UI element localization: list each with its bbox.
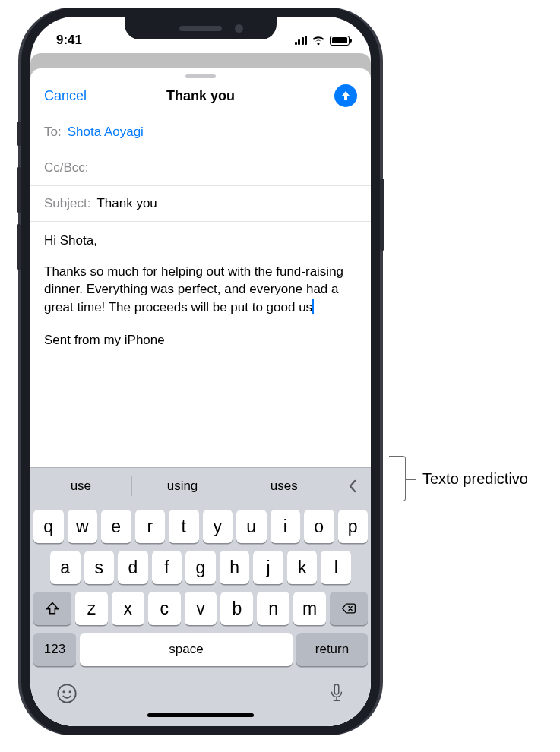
subject-value: Thank you [96,196,157,211]
arrow-up-icon [340,90,352,102]
body-signature: Sent from my iPhone [44,332,357,349]
key-s[interactable]: s [84,551,115,584]
annotation-callout: Texto predictivo [389,456,528,501]
key-z[interactable]: z [75,592,108,625]
power-button [380,179,384,251]
cancel-button[interactable]: Cancel [44,88,87,104]
key-f[interactable]: f [152,551,182,584]
cc-bcc-field[interactable]: Cc/Bcc: [30,150,371,186]
svg-rect-3 [334,684,339,694]
key-t[interactable]: t [169,510,199,543]
keyboard: q w e r t y u i o p a s d [30,504,371,726]
predictive-suggestion-3[interactable]: uses [233,476,334,496]
svg-point-0 [58,684,75,702]
predictive-collapse-button[interactable] [334,479,371,494]
key-r[interactable]: r [135,510,166,543]
predictive-bar: use using uses [30,467,371,504]
status-time: 9:41 [56,33,82,48]
key-l[interactable]: l [321,551,351,584]
cc-label: Cc/Bcc: [44,160,89,175]
key-x[interactable]: x [112,592,144,625]
body-paragraph: Thanks so much for helping out with the … [44,264,357,317]
speaker-grille [179,26,222,31]
key-v[interactable]: v [185,592,217,625]
battery-icon [330,36,350,46]
subject-field[interactable]: Subject: Thank you [30,186,371,222]
key-w[interactable]: w [68,510,98,543]
dictation-icon[interactable] [328,683,345,704]
chevron-left-icon [347,479,358,494]
key-p[interactable]: p [338,510,369,543]
backspace-icon [341,601,356,616]
key-u[interactable]: u [236,510,267,543]
shift-icon [45,601,60,616]
key-a[interactable]: a [50,551,81,584]
key-c[interactable]: c [148,592,181,625]
key-row-2: a s d f g h j k l [33,551,368,584]
sheet-title: Thank you [166,88,235,104]
message-body[interactable]: Hi Shota, Thanks so much for helping out… [30,222,371,467]
body-greeting: Hi Shota, [44,232,357,250]
screen: 9:41 Cancel Thank you To [30,17,371,726]
key-g[interactable]: g [185,551,216,584]
volume-down-button [17,224,21,270]
predictive-suggestion-2[interactable]: using [132,476,234,496]
svg-point-1 [62,690,65,693]
key-d[interactable]: d [118,551,148,584]
to-recipient[interactable]: Shota Aoyagi [68,125,144,140]
to-field[interactable]: To: Shota Aoyagi [30,115,371,150]
key-i[interactable]: i [271,510,301,543]
numbers-key[interactable]: 123 [33,633,76,666]
key-b[interactable]: b [220,592,253,625]
key-q[interactable]: q [33,510,64,543]
sheet-grabber[interactable] [185,74,216,78]
subject-label: Subject: [44,196,90,211]
front-camera [235,24,243,33]
emoji-icon[interactable] [56,683,78,704]
key-n[interactable]: n [257,592,289,625]
home-indicator[interactable] [147,713,254,717]
key-y[interactable]: y [203,510,233,543]
key-o[interactable]: o [304,510,334,543]
to-label: To: [44,125,62,140]
key-k[interactable]: k [287,551,318,584]
text-cursor [312,299,314,314]
notch [125,17,277,39]
key-m[interactable]: m [293,592,326,625]
mute-switch [17,122,21,146]
shift-key[interactable] [33,592,71,625]
cellular-icon [295,36,308,45]
wifi-icon [312,36,325,46]
annotation-bracket [389,456,406,501]
key-row-3: z x c v b n m [33,592,368,625]
phone-frame: 9:41 Cancel Thank you To [21,8,380,735]
predictive-suggestion-1[interactable]: use [30,476,132,496]
key-row-4: 123 space return [33,633,368,666]
backspace-key[interactable] [330,592,368,625]
key-h[interactable]: h [220,551,250,584]
annotation-label: Texto predictivo [422,470,528,488]
key-j[interactable]: j [253,551,283,584]
key-e[interactable]: e [101,510,131,543]
compose-sheet: Cancel Thank you To: Shota Aoyagi Cc/Bcc… [30,68,371,726]
key-row-1: q w e r t y u i o p [33,510,368,543]
space-key[interactable]: space [80,633,293,666]
volume-up-button [17,167,21,213]
keyboard-footer [33,674,368,706]
send-button[interactable] [334,84,357,107]
svg-point-2 [69,690,71,693]
return-key[interactable]: return [296,633,368,666]
